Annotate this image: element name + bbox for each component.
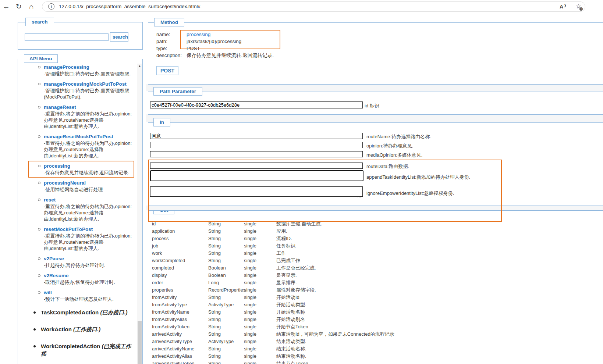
out-cell-type: String	[208, 331, 244, 338]
api-menu-section[interactable]: WorkAction (工作接口.)	[33, 326, 133, 333]
out-cell-desc: 任务标识	[276, 242, 601, 250]
method-description-label: description:	[156, 52, 187, 59]
out-property-row: orderLongsingle显示排序.	[152, 279, 601, 286]
api-menu-item: manageProcessing-管理维护接口:待办转已办,需要管理权限.	[33, 64, 133, 77]
api-method-link[interactable]: manageReset	[44, 104, 76, 111]
section-gap	[146, 114, 603, 122]
scrollbar-thumb[interactable]	[138, 321, 142, 364]
circle-bullet-icon	[38, 182, 40, 184]
out-cell-name: completed	[152, 264, 208, 272]
out-cell-desc: 属性对象存储字段.	[276, 286, 601, 294]
out-cell-name: arrivedActivityAlias	[152, 353, 208, 360]
mediaOpinion-label: mediaOpinion:多媒体意见.	[366, 152, 422, 158]
out-cell-name: arrivedActivity	[152, 331, 208, 338]
id-path-label: id:标识	[365, 103, 379, 109]
section-name[interactable]: WorkAction	[41, 326, 72, 332]
out-cell-type: RecordProperties	[208, 286, 244, 294]
appendTaskIdentityList-input[interactable]	[150, 170, 363, 181]
read-aloud-icon[interactable]: A❱	[560, 4, 566, 10]
circle-bullet-icon	[38, 257, 40, 260]
section-suffix: (工作接口.)	[73, 326, 100, 332]
api-menu-item: processingNeural-使用神经网络自动进行处理	[33, 179, 133, 193]
out-cell-name: id	[152, 220, 208, 228]
out-property-row: arrivedActivityAliasStringsingle结束活动名称.	[152, 353, 601, 360]
api-menu-item: manageProcessingMockPutToPost-管理维护接口:待办转…	[33, 81, 133, 100]
out-cell-desc: 结束活动名称.	[276, 345, 601, 353]
disc-bullet-icon	[33, 345, 36, 347]
section-name[interactable]: TaskCompletedAction	[41, 309, 99, 315]
out-cell-mult: single	[244, 353, 276, 360]
api-method-link[interactable]: will	[44, 289, 52, 296]
out-cell-type: String	[208, 308, 244, 316]
routeData-label: routeData:路由数据.	[366, 163, 409, 170]
out-property-row: jobStringsingle任务标识	[152, 242, 601, 250]
out-cell-mult: single	[244, 272, 276, 279]
api-method-link[interactable]: manageProcessing	[44, 64, 89, 71]
address-bar[interactable]: i 127.0.0.1/x_processplatform_assemble_s…	[42, 1, 585, 12]
id-path-input[interactable]	[150, 101, 363, 108]
api-menu-item: processing-保存待办意见并继续流转.返回流转记录.	[33, 163, 133, 176]
out-property-row: workStringsingle工作	[152, 250, 601, 257]
refresh-icon[interactable]: ↻	[13, 0, 25, 13]
api-method-description: -使用神经网络自动进行处理	[44, 186, 133, 193]
opinion-input[interactable]	[150, 142, 363, 148]
out-cell-name: fromActivityType	[152, 301, 208, 308]
api-method-link[interactable]: v2Resume	[44, 272, 69, 279]
routeData-input[interactable]	[150, 163, 363, 169]
api-method-link[interactable]: manageProcessingMockPutToPost	[44, 81, 127, 88]
section-suffix: (已办接口.)	[100, 309, 127, 315]
path-parameter-legend: Path Parameter	[153, 87, 202, 96]
api-menu-item: will-预计下一活动处理状态及处理人.	[33, 289, 133, 302]
api-method-link[interactable]: reset	[44, 197, 56, 203]
out-cell-name: job	[152, 242, 208, 250]
scroll-up-icon[interactable]: ▲	[137, 64, 142, 69]
search-button[interactable]: search	[110, 32, 128, 42]
out-cell-mult: single	[244, 331, 276, 338]
api-menu-section[interactable]: WorkCompletedAction (已完成工作接	[33, 343, 133, 357]
api-method-link[interactable]: resetMockPutToPost	[44, 226, 93, 233]
out-cell-mult: single	[244, 301, 276, 308]
post-execute-button[interactable]: POST	[156, 66, 178, 75]
site-info-icon[interactable]: i	[48, 3, 54, 10]
out-cell-type: Boolean	[208, 272, 244, 279]
section-name[interactable]: WorkCompletedAction	[41, 343, 100, 349]
out-cell-mult: single	[244, 338, 276, 345]
routeName-input[interactable]	[150, 133, 363, 139]
method-description-value: 保存待办意见并继续流转.返回流转记录.	[187, 53, 274, 58]
out-cell-mult: single	[244, 308, 276, 316]
out-cell-type: String	[208, 323, 244, 331]
out-cell-name: application	[152, 228, 208, 235]
out-property-row: workCompletedStringsingle已完成工作	[152, 257, 601, 264]
api-menu-section[interactable]: TaskCompletedAction (已办接口.)	[33, 309, 133, 316]
api-method-description: -管理维护接口:待办转已办,需要管理权限(MockPostToPut).	[44, 88, 133, 100]
in-outer-border	[146, 122, 146, 205]
search-input[interactable]	[25, 33, 109, 41]
api-method-link[interactable]: v2Pause	[44, 256, 64, 262]
out-cell-name: properties	[152, 286, 208, 294]
api-method-description: -管理维护接口:待办转已办,需要管理权限.	[44, 71, 133, 77]
api-method-description: -重置待办,将之前的待办转为已办,opinion:办理意见,routeName:…	[44, 203, 133, 222]
out-property-row: displayBooleansingle是否显示.	[152, 272, 601, 279]
back-icon[interactable]: ←	[0, 0, 13, 13]
ignoreEmpowerIdentityList-input[interactable]	[150, 186, 363, 197]
out-cell-name: display	[152, 272, 208, 279]
url-text[interactable]: 127.0.0.1/x_processplatform_assemble_sur…	[59, 4, 550, 9]
out-cell-type: Long	[208, 279, 244, 286]
out-cell-name: arrivedActivityName	[152, 345, 208, 353]
home-icon[interactable]: ⌂	[25, 0, 38, 13]
method-name-value[interactable]: processing	[187, 32, 210, 37]
mediaOpinion-input[interactable]	[150, 151, 363, 157]
search-panel: search search	[18, 22, 143, 50]
method-name-label: name:	[156, 31, 187, 38]
out-cell-desc: 结束活动名称.	[276, 353, 601, 360]
menu-scrollbar[interactable]: ▲	[137, 64, 142, 364]
api-method-link[interactable]: manageResetMockPutToPost	[44, 133, 113, 140]
opinion-label: opinion:待办办理意见.	[366, 143, 413, 149]
api-method-link[interactable]: processingNeural	[44, 180, 86, 186]
section-gap	[146, 206, 603, 210]
out-cell-desc: 已完成工作	[276, 257, 601, 264]
favorites-star-icon[interactable]: ☆+	[576, 3, 581, 10]
out-cell-desc: 结束活动Id，可能为空，如果是未Connected的流程记录	[276, 331, 601, 338]
circle-bullet-icon	[38, 165, 40, 167]
out-property-row: arrivedActivityStringsingle结束活动Id，可能为空，如…	[152, 331, 601, 338]
